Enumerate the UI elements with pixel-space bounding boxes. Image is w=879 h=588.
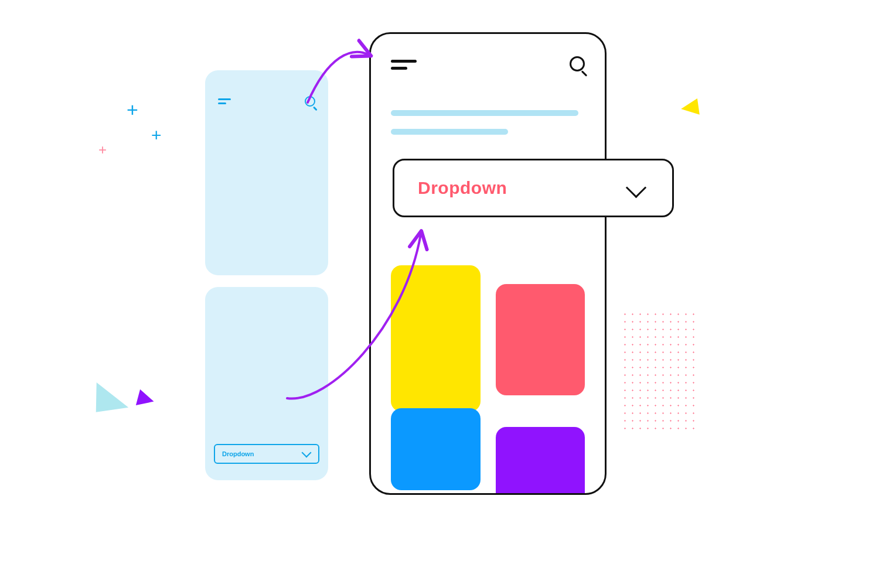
wireframe-top-panel	[205, 70, 328, 275]
tile-yellow[interactable]	[391, 265, 481, 412]
content-tiles	[391, 265, 585, 495]
dot-grid	[621, 310, 697, 433]
wireframe-small: Dropdown	[205, 70, 328, 480]
triangle-icon	[92, 378, 128, 412]
chevron-down-icon	[625, 182, 649, 194]
tile-blue[interactable]	[391, 408, 481, 490]
text-placeholder	[371, 81, 605, 135]
dropdown-select[interactable]: Dropdown	[393, 159, 674, 217]
wireframe-bottom-panel: Dropdown	[205, 287, 328, 480]
tile-purple[interactable]	[496, 427, 585, 495]
dropdown-label: Dropdown	[222, 450, 254, 457]
plus-icon: +	[151, 125, 162, 145]
triangle-icon	[680, 98, 700, 117]
triangle-icon	[136, 389, 156, 409]
tile-red[interactable]	[496, 284, 585, 395]
dropdown-select[interactable]: Dropdown	[214, 444, 319, 464]
dropdown-label: Dropdown	[418, 178, 507, 198]
phone-frame	[369, 32, 607, 495]
phone-header	[371, 34, 605, 81]
chevron-down-icon	[303, 452, 311, 456]
placeholder-line	[391, 129, 508, 135]
search-icon[interactable]	[570, 56, 585, 71]
menu-icon[interactable]	[391, 60, 417, 73]
placeholder-line	[391, 110, 578, 116]
search-icon	[305, 96, 315, 107]
menu-icon	[218, 98, 231, 105]
plus-icon: +	[127, 98, 138, 121]
plus-icon: +	[98, 142, 107, 158]
